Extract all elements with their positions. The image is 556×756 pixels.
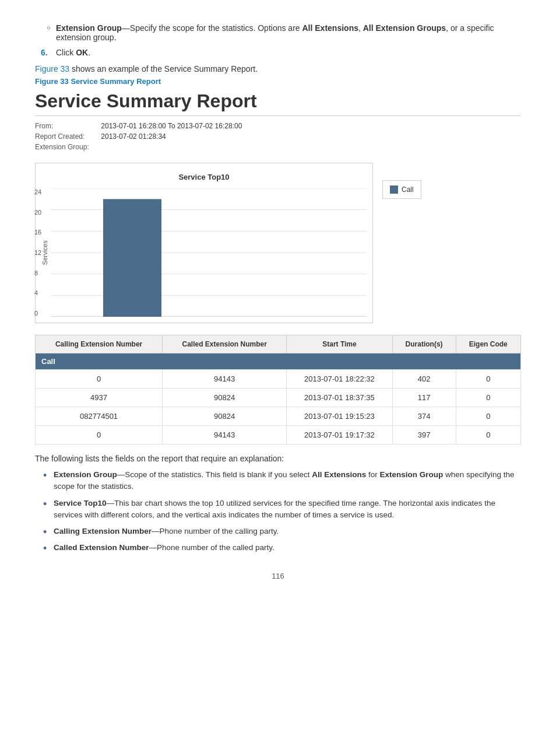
figure-reference: Figure 33 shows an example of the Servic… <box>35 64 521 74</box>
report-from: From: 2013-07-01 16:28:00 To 2013-07-02 … <box>35 122 521 130</box>
from-value: 2013-07-01 16:28:00 To 2013-07-02 16:28:… <box>101 122 242 130</box>
explanation-list: Extension Group—Scope of the statistics.… <box>35 469 521 554</box>
duration-1: 402 <box>392 370 456 388</box>
section-label: Call <box>36 354 521 370</box>
from-label: From: <box>35 122 99 130</box>
y-tick-8: 8 <box>34 270 41 276</box>
group-label: Extension Group: <box>35 143 99 151</box>
start-time-3: 2013-07-01 19:15:23 <box>287 407 392 426</box>
th-start-time: Start Time <box>287 335 392 354</box>
duration-3: 374 <box>392 407 456 426</box>
created-label: Report Created: <box>35 132 99 141</box>
th-eigen-code: Eigen Code <box>456 335 520 354</box>
y-tick-12: 12 <box>34 249 41 256</box>
th-called-extension: Called Extension Number <box>163 335 287 354</box>
calling-ext-2: 4937 <box>36 388 163 407</box>
explanation-intro: The following lists the fields on the re… <box>35 454 521 463</box>
called-ext-1: 94143 <box>163 370 287 388</box>
extension-group-label: Extension Group—Specify the scope for th… <box>56 23 494 42</box>
chart-container: Service Top10 Services 24 20 16 12 8 4 0 <box>35 163 521 323</box>
eigen-1: 0 <box>456 370 520 388</box>
duration-2: 117 <box>392 388 456 407</box>
page-number: 116 <box>35 572 521 580</box>
explanation-item-extension-group: Extension Group—Scope of the statistics.… <box>41 469 521 493</box>
calling-ext-3: 082774501 <box>36 407 163 426</box>
extension-group-bullet: Extension Group—Specify the scope for th… <box>47 23 521 42</box>
explanation-item-calling: Calling Extension Number—Phone number of… <box>41 526 521 537</box>
table-row: 0 94143 2013-07-01 18:22:32 402 0 <box>36 370 521 388</box>
figure-33-link[interactable]: Figure 33 <box>35 64 69 74</box>
chart-legend: Call <box>382 180 421 199</box>
data-table: Calling Extension Number Called Extensio… <box>35 335 521 444</box>
legend-color-call <box>390 186 398 194</box>
y-tick-24: 24 <box>34 188 41 195</box>
start-time-2: 2013-07-01 18:37:35 <box>287 388 392 407</box>
report-group: Extension Group: <box>35 143 521 151</box>
chart-title: Service Top10 <box>41 173 367 181</box>
report-title: Service Summary Report <box>35 90 521 116</box>
eigen-2: 0 <box>456 388 520 407</box>
section-header-call: Call <box>36 354 521 370</box>
step-text: Click OK. <box>56 48 90 57</box>
table-header-row: Calling Extension Number Called Extensio… <box>36 335 521 354</box>
chart-area: Service Top10 Services 24 20 16 12 8 4 0 <box>35 163 373 323</box>
report-created: Report Created: 2013-07-02 01:28:34 <box>35 132 521 141</box>
y-tick-0: 0 <box>34 310 41 317</box>
called-ext-3: 90824 <box>163 407 287 426</box>
explanation-item-called: Called Extension Number—Phone number of … <box>41 542 521 554</box>
step-6: 6. Click OK. <box>41 48 521 57</box>
th-duration: Duration(s) <box>392 335 456 354</box>
calling-ext-4: 0 <box>36 426 163 444</box>
figure-label: Figure 33 Service Summary Report <box>35 77 521 86</box>
eigen-3: 0 <box>456 407 520 426</box>
intro-bullet-list: Extension Group—Specify the scope for th… <box>35 23 521 42</box>
table-row: 0 94143 2013-07-01 19:17:32 397 0 <box>36 426 521 444</box>
y-tick-20: 20 <box>34 209 41 216</box>
eigen-4: 0 <box>456 426 520 444</box>
called-ext-2: 90824 <box>163 388 287 407</box>
table-row: 4937 90824 2013-07-01 18:37:35 117 0 <box>36 388 521 407</box>
legend-item-call: Call <box>390 186 414 194</box>
explanation-item-service-top10: Service Top10—This bar chart shows the t… <box>41 498 521 522</box>
table-row: 082774501 90824 2013-07-01 19:15:23 374 … <box>36 407 521 426</box>
bar-chart-svg <box>51 188 367 317</box>
y-tick-4: 4 <box>34 289 41 296</box>
y-axis-label: Services <box>41 240 48 265</box>
start-time-4: 2013-07-01 19:17:32 <box>287 426 392 444</box>
figure-ref-text: shows an example of the Service Summary … <box>72 64 258 74</box>
bar-call <box>103 199 161 317</box>
calling-ext-1: 0 <box>36 370 163 388</box>
created-value: 2013-07-02 01:28:34 <box>101 132 166 141</box>
th-calling-extension: Calling Extension Number <box>36 335 163 354</box>
legend-label-call: Call <box>402 186 414 194</box>
duration-4: 397 <box>392 426 456 444</box>
start-time-1: 2013-07-01 18:22:32 <box>287 370 392 388</box>
called-ext-4: 94143 <box>163 426 287 444</box>
y-tick-16: 16 <box>34 229 41 236</box>
step-number: 6. <box>41 48 52 57</box>
